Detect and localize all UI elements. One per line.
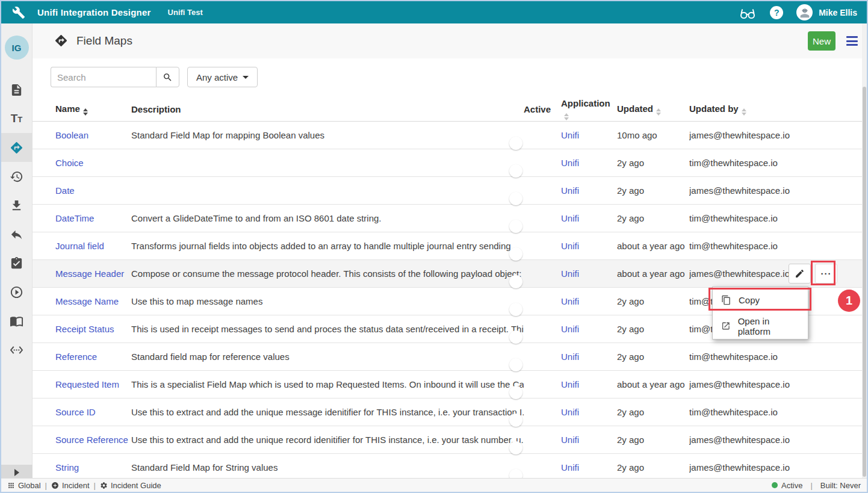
application-link[interactable]: Unifi <box>561 158 579 168</box>
field-map-name-link[interactable]: DateTime <box>55 213 94 223</box>
application-link[interactable]: Unifi <box>561 462 579 473</box>
glasses-icon[interactable] <box>739 4 757 22</box>
app-title: Unifi Integration Designer <box>37 7 151 17</box>
help-icon[interactable]: ? <box>770 6 783 19</box>
field-map-name-link[interactable]: Date <box>55 185 75 196</box>
vertical-scrollbar[interactable] <box>862 23 867 480</box>
application-link[interactable]: Unifi <box>561 268 579 279</box>
application-link[interactable]: Unifi <box>561 379 579 389</box>
scrollbar-thumb[interactable] <box>863 87 866 477</box>
field-map-description: Standard field map for reference values <box>131 352 524 362</box>
app-selector[interactable]: Incident <box>51 481 90 490</box>
field-map-name-link[interactable]: Journal field <box>55 241 104 251</box>
field-map-description: Convert a GlideDateTime to and from an I… <box>131 213 524 223</box>
column-header-updated[interactable]: Updated <box>617 104 689 116</box>
chevron-right-icon <box>14 469 19 476</box>
field-map-name-link[interactable]: Receipt Status <box>55 324 114 334</box>
field-map-description: This is a specialist Field Map which is … <box>131 379 524 389</box>
history-icon <box>10 170 23 184</box>
application-link[interactable]: Unifi <box>561 185 579 196</box>
field-map-name-link[interactable]: Boolean <box>55 130 88 140</box>
menu-item-open-in-platform[interactable]: Open in platform <box>713 313 808 339</box>
menu-item-copy[interactable]: Copy <box>713 287 808 313</box>
chevron-down-icon <box>243 76 249 79</box>
workspace-avatar[interactable]: IG <box>5 36 29 60</box>
field-map-name-link[interactable]: Source ID <box>55 407 96 417</box>
documents-icon <box>10 83 23 97</box>
field-map-description: Compose or consume the message protocol … <box>131 268 524 279</box>
application-link[interactable]: Unifi <box>561 130 579 140</box>
sidebar-item-text[interactable]: TT <box>1 104 33 133</box>
updated-value: 2y ago <box>617 213 689 223</box>
user-menu[interactable]: Mike Ellis <box>796 4 857 20</box>
updated-value: about a year ago <box>617 268 689 279</box>
sidebar-item-reply[interactable] <box>1 220 33 249</box>
incident-icon <box>51 482 59 489</box>
sidebar-item-code[interactable] <box>1 335 33 364</box>
field-map-name-link[interactable]: Choice <box>55 158 84 168</box>
application-link[interactable]: Unifi <box>561 296 579 306</box>
field-map-name-link[interactable]: Requested Item <box>55 379 119 389</box>
updated-by-value: tim@thewhitespace.io <box>689 213 864 223</box>
page-header: Field Maps New <box>33 23 868 58</box>
sort-icon <box>564 113 569 120</box>
main-content: Any active Name Description Active Appli… <box>33 58 864 480</box>
application-link[interactable]: Unifi <box>561 213 579 223</box>
filter-label: Any active <box>196 72 238 82</box>
table-row: DateTime Convert a GlideDateTime to and … <box>33 205 864 232</box>
sidebar-item-download[interactable] <box>1 191 33 220</box>
field-maps-icon <box>10 141 23 155</box>
edit-button[interactable] <box>789 264 811 284</box>
status-bar: Global | Incident | Incident Guide Activ… <box>1 478 867 492</box>
application-link[interactable]: Unifi <box>561 324 579 334</box>
active-filter-dropdown[interactable]: Any active <box>187 67 258 87</box>
column-header-name[interactable]: Name <box>55 104 131 116</box>
sidebar-item-field-maps[interactable] <box>1 133 33 162</box>
application-link[interactable]: Unifi <box>561 407 579 417</box>
field-map-name-link[interactable]: Source Reference <box>55 435 128 445</box>
updated-by-value: james@thewhitespace.io <box>689 435 864 445</box>
field-map-name-link[interactable]: Message Name <box>55 296 119 306</box>
sidebar-item-tasks[interactable] <box>1 249 33 278</box>
sidebar-item-run[interactable] <box>1 278 33 306</box>
column-header-active[interactable]: Active <box>524 104 561 114</box>
table-row: Source ID Use this to extract and add th… <box>33 398 864 426</box>
copy-icon <box>721 295 731 305</box>
updated-value: 2y ago <box>617 462 689 473</box>
field-map-name-link[interactable]: Reference <box>55 352 97 362</box>
application-link[interactable]: Unifi <box>561 241 579 251</box>
search-icon <box>163 72 173 82</box>
table-row: Choice Unifi 2y ago tim@thewhitespace.io <box>33 149 864 177</box>
table-row: Journal field Transforms journal fields … <box>33 232 864 260</box>
book-icon <box>10 314 23 328</box>
updated-value: 10mo ago <box>617 130 689 140</box>
search-button[interactable] <box>156 67 179 87</box>
field-map-name-link[interactable]: String <box>55 462 79 473</box>
table-row: Requested Item This is a specialist Fiel… <box>33 371 864 398</box>
application-link[interactable]: Unifi <box>561 352 579 362</box>
column-header-application[interactable]: Application <box>561 98 617 120</box>
scope-selector[interactable]: Global <box>7 481 41 490</box>
new-button[interactable]: New <box>808 31 835 51</box>
sort-icon <box>83 108 88 116</box>
guide-label: Incident Guide <box>111 481 161 490</box>
column-header-updated-by[interactable]: Updated by <box>689 104 864 116</box>
menu-icon[interactable] <box>846 36 858 46</box>
sidebar-item-docs[interactable] <box>1 306 33 335</box>
sidebar-item-documents[interactable] <box>1 75 33 104</box>
column-header-description[interactable]: Description <box>131 104 524 114</box>
updated-value: 2y ago <box>617 158 689 168</box>
app-window: Unifi Integration Designer Unifi Test ? … <box>0 0 868 493</box>
field-map-name-link[interactable]: Message Header <box>55 268 124 279</box>
more-actions-button[interactable]: ··· <box>815 264 837 284</box>
updated-value: 2y ago <box>617 435 689 445</box>
wrench-icon <box>12 6 25 19</box>
application-link[interactable]: Unifi <box>561 435 579 445</box>
search-input[interactable] <box>51 67 156 87</box>
avatar <box>796 4 813 20</box>
updated-value: about a year ago <box>617 379 689 389</box>
sidebar-item-history[interactable] <box>1 162 33 191</box>
guide-selector[interactable]: Incident Guide <box>100 481 161 490</box>
table-header: Name Description Active Application Upda… <box>33 98 864 122</box>
code-icon <box>10 343 23 357</box>
